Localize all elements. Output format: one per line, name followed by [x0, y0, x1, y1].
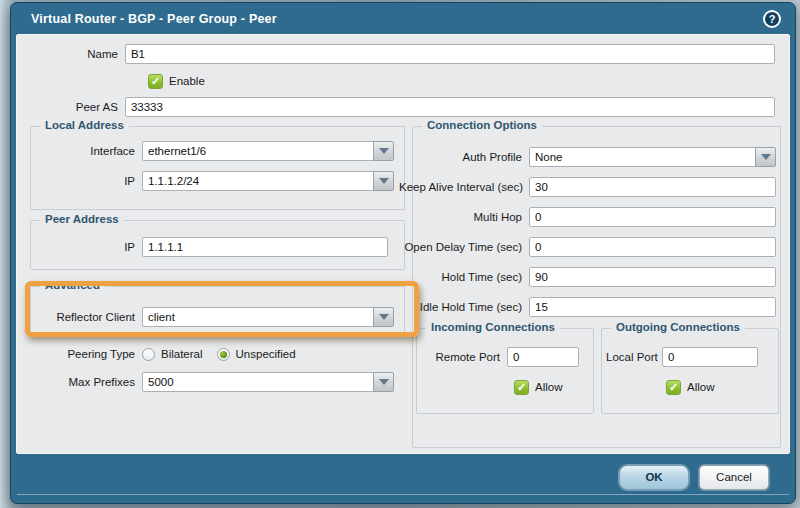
dropdown-arrow-icon [379, 379, 389, 385]
ok-button[interactable]: OK [619, 465, 689, 490]
enable-label: Enable [169, 75, 205, 87]
dropdown-arrow-icon [379, 178, 389, 184]
open-delay-label: Open Delay Time (sec) [399, 241, 529, 253]
dropdown-arrow-icon [761, 154, 771, 160]
auth-profile-label: Auth Profile [399, 151, 529, 163]
local-ip-label: IP [17, 175, 142, 187]
auth-profile-dropdown-button[interactable] [755, 147, 776, 167]
peer-ip-input[interactable] [142, 237, 388, 257]
enable-checkbox[interactable]: ✓ [148, 74, 163, 89]
peer-ip-label: IP [17, 241, 142, 253]
reflector-client-dropdown-button[interactable] [373, 307, 394, 327]
reflector-client-dropdown-input[interactable] [142, 307, 374, 327]
dropdown-arrow-icon [379, 148, 389, 154]
peer-as-input[interactable] [125, 97, 775, 117]
cancel-button[interactable]: Cancel [699, 465, 769, 490]
open-delay-input[interactable] [529, 237, 776, 257]
interface-dropdown-button[interactable] [373, 141, 394, 161]
remote-port-input[interactable] [507, 347, 579, 367]
hold-time-label: Hold Time (sec) [399, 271, 529, 283]
incoming-connections-group: Incoming Connections [416, 328, 594, 414]
advanced-legend: Advanced [40, 279, 105, 291]
peering-type-unspecified-label: Unspecified [236, 348, 296, 360]
multi-hop-label: Multi Hop [399, 211, 529, 223]
bgp-peer-dialog: Virtual Router - BGP - Peer Group - Peer… [10, 2, 796, 504]
peer-as-label: Peer AS [17, 101, 125, 113]
peering-type-bilateral-radio[interactable] [142, 348, 155, 361]
interface-label: Interface [17, 145, 142, 157]
hold-time-input[interactable] [529, 267, 776, 287]
multi-hop-input[interactable] [529, 207, 776, 227]
peering-type-label: Peering Type [17, 348, 142, 360]
remote-port-label: Remote Port [421, 351, 507, 363]
max-prefixes-dropdown-button[interactable] [373, 372, 394, 392]
dropdown-arrow-icon [379, 314, 389, 320]
local-address-group: Local Address [30, 126, 405, 210]
dialog-bottom-edge [17, 494, 789, 495]
incoming-connections-legend: Incoming Connections [426, 321, 560, 333]
local-ip-dropdown-input[interactable] [142, 171, 374, 191]
dialog-title: Virtual Router - BGP - Peer Group - Peer [31, 12, 277, 26]
dialog-body: Name ✓ Enable Peer AS Local Address Inte… [16, 34, 790, 454]
incoming-allow-checkbox[interactable]: ✓ [514, 380, 529, 395]
outgoing-connections-legend: Outgoing Connections [611, 321, 745, 333]
keep-alive-input[interactable] [529, 177, 776, 197]
peering-type-unspecified-radio[interactable] [217, 348, 230, 361]
connection-options-legend: Connection Options [422, 119, 542, 131]
local-port-label: Local Port [606, 351, 662, 363]
name-input[interactable] [125, 44, 775, 64]
checkbox-check-icon: ✓ [669, 381, 678, 393]
checkbox-check-icon: ✓ [517, 381, 526, 393]
name-label: Name [17, 48, 125, 60]
peer-address-legend: Peer Address [40, 213, 124, 225]
peering-type-bilateral-label: Bilateral [161, 348, 203, 360]
incoming-allow-label: Allow [535, 381, 562, 393]
local-ip-dropdown-button[interactable] [373, 171, 394, 191]
max-prefixes-dropdown-input[interactable] [142, 372, 374, 392]
help-icon[interactable]: ? [763, 10, 781, 28]
outgoing-connections-group: Outgoing Connections [601, 328, 779, 414]
auth-profile-dropdown-input[interactable] [529, 147, 756, 167]
interface-dropdown-input[interactable] [142, 141, 374, 161]
checkbox-check-icon: ✓ [151, 75, 160, 87]
local-address-legend: Local Address [40, 119, 129, 131]
idle-hold-input[interactable] [529, 297, 776, 317]
outgoing-allow-label: Allow [687, 381, 714, 393]
local-port-input[interactable] [662, 347, 758, 367]
reflector-client-label: Reflector Client [17, 311, 142, 323]
dialog-titlebar: Virtual Router - BGP - Peer Group - Peer [11, 3, 795, 34]
outgoing-allow-checkbox[interactable]: ✓ [666, 380, 681, 395]
keep-alive-label: Keep Alive Interval (sec) [399, 181, 529, 193]
idle-hold-label: Idle Hold Time (sec) [399, 301, 529, 313]
max-prefixes-label: Max Prefixes [17, 376, 142, 388]
